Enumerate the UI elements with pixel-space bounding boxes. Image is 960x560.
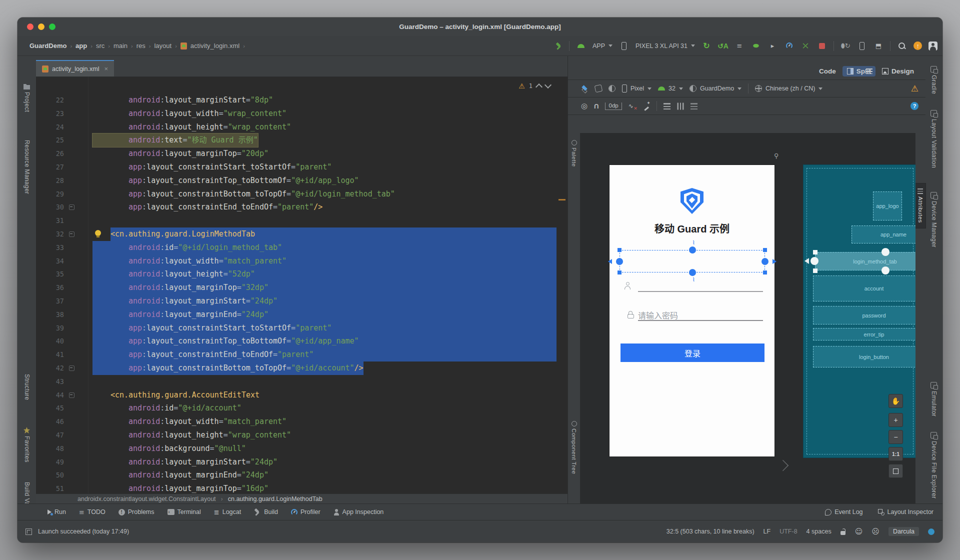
selected-component-box[interactable]: ⌇ ⌇: [620, 250, 765, 272]
code-line[interactable]: 38android:layout_marginEnd="24dp": [36, 308, 568, 322]
code-line[interactable]: 26android:layout_marginTop="20dp": [36, 147, 568, 160]
component-tree-tab[interactable]: Component Tree: [568, 421, 580, 474]
blueprint-component-app_logo[interactable]: app_logo: [873, 192, 902, 220]
code-line[interactable]: 31: [36, 214, 568, 228]
editor-tab-active[interactable]: activity_login.xml ×: [36, 60, 114, 76]
constraint-anchor-left[interactable]: [616, 258, 623, 265]
device-selector-dropdown[interactable]: Pixel: [622, 84, 652, 92]
preview-app-title[interactable]: 移动 Guard 示例: [610, 221, 774, 236]
fullscreen-window-button[interactable]: [49, 24, 56, 30]
code-line[interactable]: 35android:layout_height="52dp": [36, 268, 568, 281]
breadcrumb-item[interactable]: app: [76, 42, 87, 50]
code-line[interactable]: 51android:layout_marginTop="16dp": [36, 482, 568, 494]
code-line[interactable]: 46android:layout_width="match_parent": [36, 415, 568, 428]
breadcrumb-item[interactable]: GuardDemo: [30, 42, 66, 50]
tool-window-button-app-inspection[interactable]: App Inspection: [334, 508, 384, 516]
zoom-out-button[interactable]: −: [888, 430, 903, 444]
code-line[interactable]: 39app:layout_constraintStart_toStartOf="…: [36, 322, 568, 335]
mode-tab-design[interactable]: Design: [878, 66, 918, 76]
code-line[interactable]: 33android:id="@+id/login_method_tab": [36, 241, 568, 254]
infer-constraints-icon[interactable]: [643, 102, 650, 110]
api-version-dropdown[interactable]: 32: [658, 85, 683, 92]
sidebar-item-device-manager[interactable]: Device Manager: [925, 192, 942, 248]
code-line[interactable]: 37android:layout_marginStart="24dp": [36, 294, 568, 308]
blueprint-anchor-top[interactable]: [882, 248, 890, 256]
run-configuration-dropdown[interactable]: APP: [592, 42, 612, 50]
tool-window-button-logcat[interactable]: ≣Logcat: [214, 508, 241, 516]
build-project-icon[interactable]: [556, 42, 562, 50]
resize-grip[interactable]: [778, 460, 789, 472]
sdk-manager-icon[interactable]: ⬒: [874, 41, 884, 51]
stop-button[interactable]: [819, 43, 825, 49]
sidebar-item-favorites[interactable]: Favorites: [18, 427, 36, 462]
scrollbar-warning-mark[interactable]: [558, 199, 566, 200]
breadcrumb-item[interactable]: layout: [154, 42, 172, 50]
next-problem-icon[interactable]: [544, 82, 552, 88]
guidelines-icon[interactable]: [690, 103, 698, 110]
code-line[interactable]: 43: [36, 375, 568, 388]
code-line[interactable]: 24android:layout_height="wrap_content": [36, 120, 568, 134]
layout-warnings-icon[interactable]: ⚠: [911, 84, 918, 94]
autoconnect-icon[interactable]: U: [594, 102, 598, 110]
blueprint-component-app_name[interactable]: app_name: [852, 226, 916, 244]
run-button[interactable]: ↻: [702, 41, 712, 51]
code-line[interactable]: 44<cn.authing.guard.AccountEditText: [36, 388, 568, 402]
night-mode-icon[interactable]: [608, 85, 616, 92]
code-line[interactable]: 23android:layout_width="wrap_content": [36, 107, 568, 120]
previous-problem-icon[interactable]: [536, 84, 542, 90]
sidebar-item-structure[interactable]: Structure: [18, 374, 36, 400]
device-manager-icon[interactable]: [860, 42, 864, 50]
run-with-coverage-icon[interactable]: ≡: [734, 41, 744, 51]
zoom-to-fit-button[interactable]: [888, 464, 903, 478]
palette-tab[interactable]: Palette: [568, 140, 580, 167]
code-line[interactable]: 36android:layout_marginTop="32dp": [36, 281, 568, 294]
password-placeholder[interactable]: 请输入密码: [638, 309, 678, 321]
breadcrumb-item[interactable]: main: [114, 42, 128, 50]
apply-code-changes-button[interactable]: ↺A: [718, 41, 728, 51]
inspection-widget[interactable]: ⚠ 1: [518, 82, 550, 90]
profile-avatar[interactable]: [928, 42, 938, 50]
locale-dropdown[interactable]: Chinese (zh / CN): [755, 85, 822, 92]
breadcrumb-file[interactable]: activity_login.xml: [190, 42, 240, 50]
sidebar-item-device-file-explorer[interactable]: Device File Explorer: [925, 432, 942, 498]
code-editor[interactable]: ⚠ 1 22android:layout_marginStart="8dp"23…: [36, 76, 568, 494]
encoding-indicator[interactable]: UTF-8: [780, 528, 797, 535]
code-line[interactable]: 40app:layout_constraintTop_toBottomOf="@…: [36, 334, 568, 348]
code-line[interactable]: 30app:layout_constraintEnd_toEndOf="pare…: [36, 200, 568, 214]
blueprint-component-account[interactable]: account: [813, 276, 916, 302]
align-icon[interactable]: [677, 102, 684, 110]
view-options-icon[interactable]: ◎: [581, 102, 588, 110]
code-line[interactable]: 50android:layout_marginEnd="24dp": [36, 468, 568, 482]
mode-tab-code[interactable]: Code: [805, 66, 840, 76]
fold-marker-icon[interactable]: [69, 232, 74, 237]
code-line[interactable]: 45android:id="@+id/account": [36, 402, 568, 415]
minimize-window-button[interactable]: [38, 24, 44, 30]
clear-constraints-icon[interactable]: ∿: [628, 102, 636, 110]
constraint-anchor-bottom[interactable]: [689, 269, 696, 276]
constraint-anchor-top[interactable]: [689, 246, 696, 254]
zoom-in-button[interactable]: +: [888, 413, 903, 427]
tool-window-button-profiler[interactable]: Profiler: [291, 508, 320, 516]
help-icon[interactable]: ?: [910, 102, 918, 110]
fold-marker-icon[interactable]: [69, 366, 74, 371]
blueprint-anchor-left[interactable]: [810, 257, 818, 265]
pack-icon[interactable]: [664, 103, 670, 110]
happy-face-icon[interactable]: ☺: [855, 527, 863, 536]
code-line[interactable]: 29app:layout_constraintBottom_toTopOf="@…: [36, 188, 568, 201]
tool-window-button-build[interactable]: Build: [254, 508, 278, 516]
fold-marker-icon[interactable]: [69, 204, 74, 210]
code-line[interactable]: 22android:layout_marginStart="8dp": [36, 94, 568, 107]
zoom-actual-button[interactable]: 1:1: [888, 447, 903, 461]
sidebar-item-project[interactable]: Project: [18, 83, 36, 112]
code-line[interactable]: 47android:layout_height="wrap_content": [36, 428, 568, 442]
code-line[interactable]: 49android:layout_marginStart="24dp": [36, 456, 568, 469]
theme-indicator[interactable]: Darcula: [888, 527, 919, 536]
search-everywhere-icon[interactable]: [898, 42, 906, 50]
target-device-dropdown[interactable]: PIXEL 3 XL API 31: [636, 42, 695, 50]
fold-marker-icon[interactable]: [69, 392, 74, 398]
attributes-tab[interactable]: Attributes: [914, 183, 926, 228]
profile-shield-icon[interactable]: ▸: [768, 41, 778, 51]
notification-dot[interactable]: [928, 528, 934, 535]
indent-indicator[interactable]: 4 spaces: [806, 528, 832, 535]
code-line[interactable]: 28app:layout_constraintTop_toBottomOf="@…: [36, 174, 568, 188]
